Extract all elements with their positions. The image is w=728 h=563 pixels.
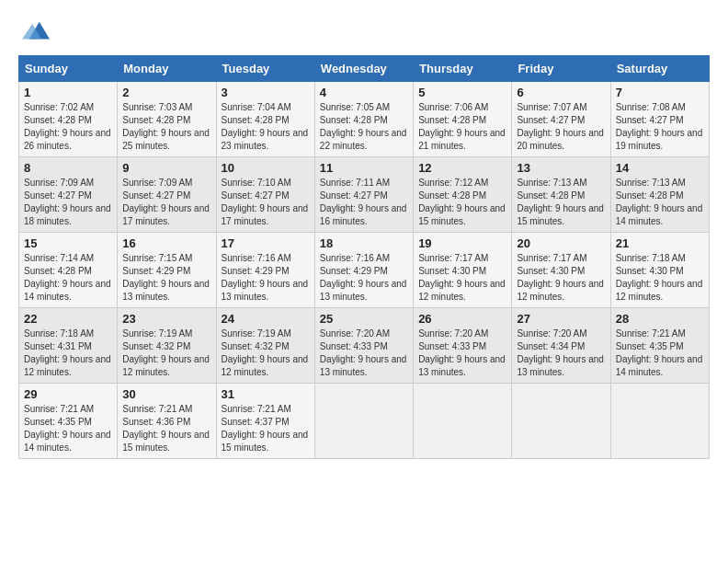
cell-content: Sunrise: 7:10 AM Sunset: 4:27 PM Dayligh… (222, 177, 310, 228)
day-number: 7 (616, 86, 704, 99)
calendar-cell: 12 Sunrise: 7:12 AM Sunset: 4:28 PM Dayl… (414, 157, 512, 233)
day-header-thursday: Thursday (414, 56, 512, 82)
cell-content: Sunrise: 7:20 AM Sunset: 4:33 PM Dayligh… (320, 327, 408, 379)
day-number: 28 (616, 312, 704, 326)
day-header-monday: Monday (118, 56, 216, 82)
calendar-cell: 30 Sunrise: 7:21 AM Sunset: 4:36 PM Dayl… (118, 384, 216, 459)
calendar-cell: 7 Sunrise: 7:08 AM Sunset: 4:27 PM Dayli… (610, 82, 709, 157)
cell-content: Sunrise: 7:15 AM Sunset: 4:29 PM Dayligh… (122, 252, 210, 304)
cell-content: Sunrise: 7:19 AM Sunset: 4:32 PM Dayligh… (122, 327, 210, 379)
day-number: 16 (122, 236, 210, 250)
calendar-cell: 3 Sunrise: 7:04 AM Sunset: 4:28 PM Dayli… (216, 82, 314, 157)
day-number: 12 (418, 161, 506, 175)
calendar-cell: 17 Sunrise: 7:16 AM Sunset: 4:29 PM Dayl… (216, 233, 314, 308)
cell-content: Sunrise: 7:09 AM Sunset: 4:27 PM Dayligh… (24, 177, 112, 228)
cell-content: Sunrise: 7:21 AM Sunset: 4:35 PM Dayligh… (24, 403, 112, 454)
cell-content: Sunrise: 7:18 AM Sunset: 4:31 PM Dayligh… (24, 327, 112, 379)
day-number: 20 (517, 236, 605, 250)
day-number: 8 (24, 161, 112, 175)
cell-content: Sunrise: 7:02 AM Sunset: 4:28 PM Dayligh… (24, 101, 112, 153)
day-number: 27 (517, 312, 605, 326)
cell-content: Sunrise: 7:05 AM Sunset: 4:28 PM Dayligh… (320, 101, 408, 153)
day-number: 6 (517, 86, 605, 99)
day-number: 24 (222, 312, 310, 326)
day-number: 30 (122, 387, 210, 401)
logo-icon (22, 18, 50, 46)
cell-content: Sunrise: 7:04 AM Sunset: 4:28 PM Dayligh… (222, 101, 310, 153)
day-header-tuesday: Tuesday (216, 56, 314, 82)
day-number: 18 (320, 236, 408, 250)
day-number: 4 (320, 86, 408, 99)
calendar-cell (314, 384, 413, 459)
calendar-cell: 11 Sunrise: 7:11 AM Sunset: 4:27 PM Dayl… (314, 157, 413, 233)
cell-content: Sunrise: 7:16 AM Sunset: 4:29 PM Dayligh… (320, 252, 408, 304)
cell-content: Sunrise: 7:16 AM Sunset: 4:29 PM Dayligh… (222, 252, 310, 304)
day-number: 21 (616, 236, 704, 250)
cell-content: Sunrise: 7:21 AM Sunset: 4:37 PM Dayligh… (222, 403, 310, 454)
calendar-cell: 14 Sunrise: 7:13 AM Sunset: 4:28 PM Dayl… (610, 157, 709, 233)
cell-content: Sunrise: 7:09 AM Sunset: 4:27 PM Dayligh… (122, 177, 210, 228)
calendar-cell: 16 Sunrise: 7:15 AM Sunset: 4:29 PM Dayl… (118, 233, 216, 308)
cell-content: Sunrise: 7:18 AM Sunset: 4:30 PM Dayligh… (616, 252, 704, 304)
day-number: 3 (222, 86, 310, 99)
calendar-cell: 13 Sunrise: 7:13 AM Sunset: 4:28 PM Dayl… (512, 157, 610, 233)
calendar-cell: 1 Sunrise: 7:02 AM Sunset: 4:28 PM Dayli… (19, 82, 118, 157)
day-number: 11 (320, 161, 408, 175)
day-header-saturday: Saturday (610, 56, 709, 82)
day-header-sunday: Sunday (19, 56, 118, 82)
cell-content: Sunrise: 7:17 AM Sunset: 4:30 PM Dayligh… (517, 252, 605, 304)
day-number: 25 (320, 312, 408, 326)
calendar-cell: 22 Sunrise: 7:18 AM Sunset: 4:31 PM Dayl… (19, 308, 118, 384)
cell-content: Sunrise: 7:20 AM Sunset: 4:33 PM Dayligh… (418, 327, 506, 379)
calendar-cell: 25 Sunrise: 7:20 AM Sunset: 4:33 PM Dayl… (314, 308, 413, 384)
calendar-cell: 10 Sunrise: 7:10 AM Sunset: 4:27 PM Dayl… (216, 157, 314, 233)
day-number: 2 (122, 86, 210, 99)
calendar-cell (512, 384, 610, 459)
cell-content: Sunrise: 7:19 AM Sunset: 4:32 PM Dayligh… (222, 327, 310, 379)
calendar-cell: 24 Sunrise: 7:19 AM Sunset: 4:32 PM Dayl… (216, 308, 314, 384)
logo (18, 18, 50, 46)
day-number: 13 (517, 161, 605, 175)
day-number: 22 (24, 312, 112, 326)
calendar-cell: 28 Sunrise: 7:21 AM Sunset: 4:35 PM Dayl… (610, 308, 709, 384)
calendar-cell: 5 Sunrise: 7:06 AM Sunset: 4:28 PM Dayli… (414, 82, 512, 157)
cell-content: Sunrise: 7:13 AM Sunset: 4:28 PM Dayligh… (517, 177, 605, 228)
calendar-cell (610, 384, 709, 459)
calendar-cell: 21 Sunrise: 7:18 AM Sunset: 4:30 PM Dayl… (610, 233, 709, 308)
calendar-table: SundayMondayTuesdayWednesdayThursdayFrid… (18, 55, 710, 459)
day-number: 29 (24, 387, 112, 401)
day-number: 9 (122, 161, 210, 175)
calendar-cell: 6 Sunrise: 7:07 AM Sunset: 4:27 PM Dayli… (512, 82, 610, 157)
day-number: 17 (222, 236, 310, 250)
cell-content: Sunrise: 7:21 AM Sunset: 4:35 PM Dayligh… (616, 327, 704, 379)
day-header-wednesday: Wednesday (314, 56, 413, 82)
cell-content: Sunrise: 7:20 AM Sunset: 4:34 PM Dayligh… (517, 327, 605, 379)
cell-content: Sunrise: 7:12 AM Sunset: 4:28 PM Dayligh… (418, 177, 506, 228)
calendar-cell: 23 Sunrise: 7:19 AM Sunset: 4:32 PM Dayl… (118, 308, 216, 384)
calendar-cell: 29 Sunrise: 7:21 AM Sunset: 4:35 PM Dayl… (19, 384, 118, 459)
cell-content: Sunrise: 7:08 AM Sunset: 4:27 PM Dayligh… (616, 101, 704, 153)
calendar-cell: 26 Sunrise: 7:20 AM Sunset: 4:33 PM Dayl… (414, 308, 512, 384)
calendar-cell: 18 Sunrise: 7:16 AM Sunset: 4:29 PM Dayl… (314, 233, 413, 308)
cell-content: Sunrise: 7:17 AM Sunset: 4:30 PM Dayligh… (418, 252, 506, 304)
day-number: 1 (24, 86, 112, 99)
cell-content: Sunrise: 7:13 AM Sunset: 4:28 PM Dayligh… (616, 177, 704, 228)
calendar-cell: 9 Sunrise: 7:09 AM Sunset: 4:27 PM Dayli… (118, 157, 216, 233)
calendar-cell (414, 384, 512, 459)
calendar-cell: 20 Sunrise: 7:17 AM Sunset: 4:30 PM Dayl… (512, 233, 610, 308)
day-number: 15 (24, 236, 112, 250)
cell-content: Sunrise: 7:06 AM Sunset: 4:28 PM Dayligh… (418, 101, 506, 153)
day-header-friday: Friday (512, 56, 610, 82)
cell-content: Sunrise: 7:11 AM Sunset: 4:27 PM Dayligh… (320, 177, 408, 228)
calendar-cell: 19 Sunrise: 7:17 AM Sunset: 4:30 PM Dayl… (414, 233, 512, 308)
cell-content: Sunrise: 7:14 AM Sunset: 4:28 PM Dayligh… (24, 252, 112, 304)
calendar-cell: 2 Sunrise: 7:03 AM Sunset: 4:28 PM Dayli… (118, 82, 216, 157)
page-header (18, 18, 710, 46)
calendar-cell: 4 Sunrise: 7:05 AM Sunset: 4:28 PM Dayli… (314, 82, 413, 157)
calendar-cell: 8 Sunrise: 7:09 AM Sunset: 4:27 PM Dayli… (19, 157, 118, 233)
calendar-cell: 27 Sunrise: 7:20 AM Sunset: 4:34 PM Dayl… (512, 308, 610, 384)
cell-content: Sunrise: 7:03 AM Sunset: 4:28 PM Dayligh… (122, 101, 210, 153)
day-number: 14 (616, 161, 704, 175)
day-number: 19 (418, 236, 506, 250)
day-number: 23 (122, 312, 210, 326)
